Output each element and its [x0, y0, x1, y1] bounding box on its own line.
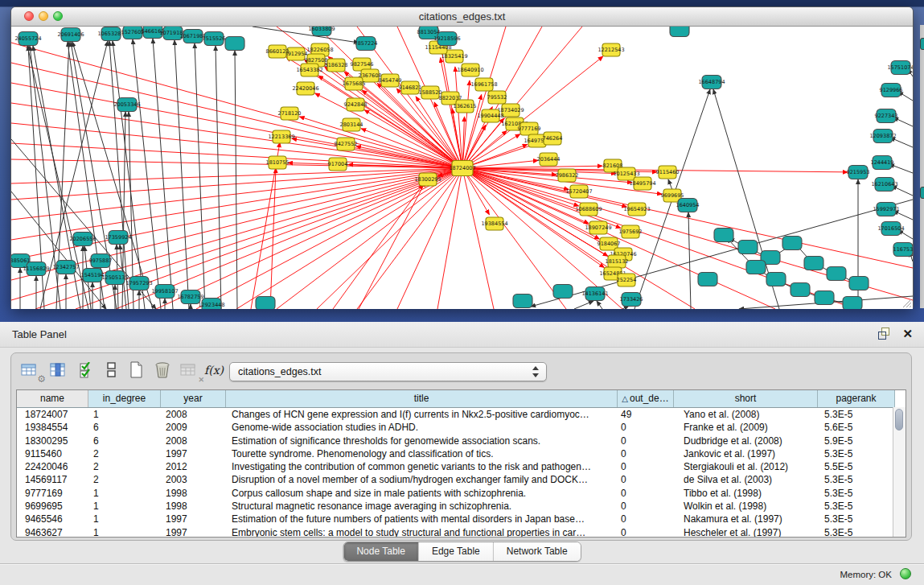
graph-node[interactable]: 1640954	[676, 199, 700, 212]
graph-node[interactable]: 7515526	[203, 32, 226, 46]
graph-node[interactable]	[782, 237, 802, 250]
graph-node[interactable]: 12093872	[869, 130, 896, 143]
graph-node[interactable]: 24055724	[14, 32, 41, 46]
graph-node[interactable]: 917004	[328, 158, 348, 171]
column-header-out_de[interactable]: △out_de…	[618, 390, 674, 407]
graph-node[interactable]: 22420046	[292, 82, 318, 95]
table-selector-dropdown[interactable]: citations_edges.txt	[229, 362, 547, 381]
graph-node[interactable]: 8660123	[266, 45, 290, 58]
graph-node[interactable]: 9975887	[89, 254, 113, 268]
graph-node[interactable]	[738, 241, 758, 254]
graph-node[interactable]: 19958107	[151, 285, 178, 299]
graph-node[interactable]: 16648794	[698, 76, 725, 89]
window-resize-grip[interactable]	[901, 297, 912, 308]
delete-table-icon[interactable]: ✕	[180, 360, 203, 381]
table-row[interactable]: 1830029562008Estimation of significance …	[17, 435, 906, 447]
graph-node[interactable]: 10688609	[575, 203, 602, 216]
graph-node[interactable]	[225, 37, 244, 51]
scrollbar-thumb[interactable]	[895, 409, 903, 431]
graph-node[interactable]: 1810755	[266, 156, 290, 169]
graph-node[interactable]	[791, 283, 810, 297]
tab-edge-table[interactable]: Edge Table	[419, 542, 494, 561]
graph-node[interactable]: 1815132	[606, 255, 629, 268]
graph-node[interactable]	[698, 273, 717, 286]
graph-node[interactable]: 9215953	[847, 166, 870, 179]
network-canvas[interactable]: 1822605889129548660123982750881863289827…	[11, 27, 913, 309]
column-header-in_degree[interactable]: in_degree	[88, 390, 161, 407]
select-columns-icon[interactable]	[50, 360, 72, 381]
graph-node[interactable]: 18640910	[457, 64, 483, 76]
graph-node[interactable]: 7857224	[355, 37, 378, 51]
graph-node[interactable]	[553, 285, 573, 299]
column-header-title[interactable]: title	[226, 390, 618, 407]
table-row[interactable]: 977716911998Corpus callosum shape and si…	[17, 487, 906, 500]
graph-node[interactable]: 14136141	[581, 287, 608, 301]
graph-node[interactable]: 9115460	[656, 166, 680, 179]
table-row[interactable]: 969969511998Structural magnetic resonanc…	[17, 500, 906, 513]
graph-node[interactable]: 1975692	[619, 225, 643, 238]
graph-node[interactable]: 18724007	[449, 161, 475, 176]
graph-node[interactable]: 16961758	[470, 78, 497, 91]
graph-node[interactable]: 16210643	[871, 178, 897, 192]
memory-status-indicator[interactable]	[900, 568, 911, 579]
graph-node[interactable]	[766, 273, 786, 286]
graph-node[interactable]: 116753	[893, 243, 913, 257]
clear-selection-icon[interactable]	[103, 360, 125, 381]
tab-network-table[interactable]: Network Table	[494, 542, 581, 561]
graph-node[interactable]: 15751074	[887, 61, 913, 75]
graph-node[interactable]	[670, 27, 689, 37]
close-panel-icon[interactable]: ✕	[902, 328, 913, 340]
column-header-short[interactable]: short	[674, 390, 818, 407]
graph-node[interactable]: 746264	[543, 132, 563, 145]
graph-node[interactable]	[714, 229, 733, 242]
graph-node[interactable]: 11156829	[23, 262, 49, 276]
graph-node[interactable]: 20206556	[69, 233, 96, 246]
graph-node[interactable]: 1244419	[871, 156, 894, 170]
graph-node[interactable]	[513, 295, 532, 308]
graph-node[interactable]: 20053346	[113, 98, 140, 112]
graph-node[interactable]: 8427552	[335, 138, 358, 150]
graph-node[interactable]	[256, 297, 275, 310]
graph-node[interactable]: 8186328	[325, 59, 348, 72]
graph-node[interactable]: 2803144	[340, 118, 363, 131]
graph-node[interactable]: 1675685	[343, 77, 366, 90]
table-row[interactable]: 1938455462009Genome-wide association stu…	[17, 421, 906, 434]
graph-node[interactable]: 2718120	[278, 107, 302, 120]
graph-node[interactable]	[849, 277, 869, 290]
graph-node[interactable]: 7986322	[556, 169, 579, 182]
table-row[interactable]: 1872400712008Changes of HCN gene express…	[17, 408, 906, 421]
column-header-name[interactable]: name	[17, 390, 88, 407]
graph-node[interactable]	[843, 297, 862, 310]
graph-node[interactable]: 1545194	[81, 269, 105, 282]
window-titlebar[interactable]: citations_edges.txt	[11, 7, 913, 27]
graph-node[interactable]	[746, 261, 766, 274]
select-all-icon[interactable]	[80, 360, 102, 381]
graph-node[interactable]: 9129966	[880, 84, 903, 97]
graph-node[interactable]: 15992971	[873, 203, 899, 216]
graph-node[interactable]: 9227343	[875, 109, 898, 123]
graph-node[interactable]: 1362615	[454, 100, 477, 113]
float-panel-icon[interactable]	[878, 328, 890, 340]
column-header-year[interactable]: year	[161, 390, 226, 407]
graph-node[interactable]: 12923448	[198, 299, 224, 310]
table-row[interactable]: 1456911722003Disruption of a novel membe…	[17, 473, 906, 486]
new-table-icon[interactable]	[127, 360, 150, 381]
graph-node[interactable]: 20691406	[57, 28, 84, 42]
graph-node[interactable]: 9777169	[518, 122, 541, 135]
graph-node[interactable]: 19218596	[433, 32, 460, 46]
graph-node[interactable]: 12212543	[598, 43, 624, 56]
graph-node[interactable]: 16033809	[308, 27, 335, 36]
graph-node[interactable]: 1733426	[620, 293, 643, 307]
table-row[interactable]: 946554611997Estimation of the future num…	[17, 513, 906, 525]
function-builder-icon[interactable]: f(x)	[203, 360, 225, 381]
graph-node[interactable]: 12505135	[101, 271, 128, 285]
graph-node[interactable]: 17957293	[125, 277, 152, 290]
graph-node[interactable]: 17016504	[877, 222, 904, 236]
graph-node[interactable]: 17359924	[105, 231, 131, 245]
modify-table-icon[interactable]: ⚙	[21, 360, 43, 381]
graph-node[interactable]: 12342757	[52, 261, 79, 274]
graph-node[interactable]: 9242848	[344, 98, 368, 111]
graph-node[interactable]: 2036444	[537, 153, 561, 166]
table-row[interactable]: 946362711997Embryonic stem cells: a mode…	[17, 526, 906, 538]
table-row[interactable]: 911546021997Tourette syndrome. Phenomeno…	[17, 447, 906, 460]
